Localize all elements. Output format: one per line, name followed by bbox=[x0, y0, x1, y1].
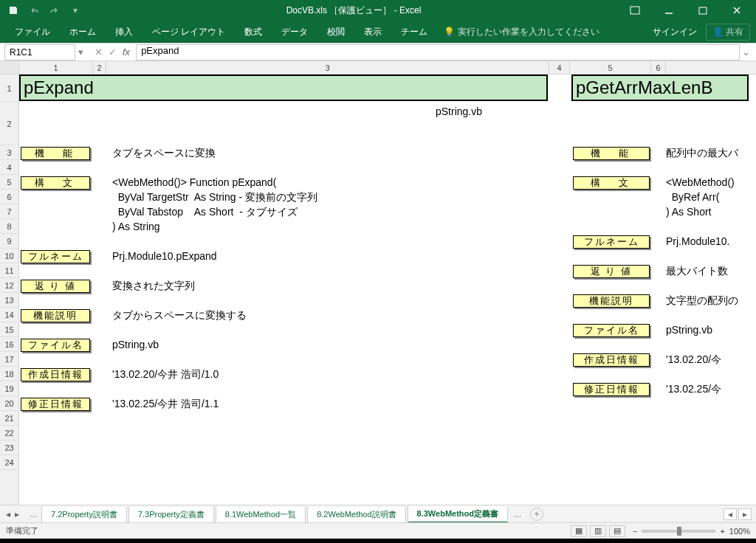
cell[interactable]: <WebMethod() bbox=[663, 176, 738, 188]
cell-label[interactable]: 返 り 値 bbox=[21, 280, 90, 293]
row-header[interactable]: 5 bbox=[0, 175, 18, 190]
col-header[interactable]: 1 bbox=[19, 61, 93, 74]
row-header[interactable]: 17 bbox=[0, 352, 18, 367]
cell-label[interactable]: 返 り 値 bbox=[573, 265, 650, 278]
cell-title-right[interactable]: pGetArrMaxLenB bbox=[571, 75, 749, 101]
col-header[interactable]: 3 bbox=[106, 61, 549, 74]
view-normal-icon[interactable]: ▦ bbox=[571, 525, 587, 537]
cell-label[interactable]: ファイル名 bbox=[21, 339, 90, 352]
new-sheet-icon[interactable]: + bbox=[530, 508, 543, 521]
row-header[interactable]: 4 bbox=[0, 160, 18, 175]
zoom-value[interactable]: 100% bbox=[729, 527, 750, 536]
col-header[interactable]: 2 bbox=[93, 61, 106, 74]
signin-link[interactable]: サインイン bbox=[653, 26, 697, 38]
row-header[interactable]: 10 bbox=[0, 249, 18, 263]
tab-nav-next-icon[interactable]: ▸ bbox=[13, 509, 21, 519]
cell-label[interactable]: フルネーム bbox=[21, 250, 90, 263]
tab-team[interactable]: チーム bbox=[392, 21, 436, 43]
name-box[interactable]: R1C1 bbox=[4, 44, 75, 60]
row-header[interactable]: 21 bbox=[0, 411, 18, 426]
cell[interactable]: pString.vb bbox=[109, 339, 162, 350]
row-header[interactable]: 7 bbox=[0, 204, 18, 219]
row-header[interactable]: 15 bbox=[0, 322, 18, 337]
tab-more-right[interactable]: ... bbox=[509, 509, 526, 519]
scroll-left-icon[interactable]: ◂ bbox=[724, 508, 737, 520]
save-icon[interactable] bbox=[7, 4, 19, 16]
row-header[interactable]: 19 bbox=[0, 381, 18, 396]
cells-area[interactable]: pExpand pString.vb 機 能 タブをスペースに変換 構 文 <W… bbox=[19, 75, 756, 505]
expand-formula-icon[interactable]: ⌄ bbox=[740, 46, 752, 58]
cell[interactable]: 配列中の最大バ bbox=[663, 147, 741, 160]
cell[interactable]: '13.02.25/今井 浩司/1.1 bbox=[109, 398, 221, 411]
cell-label[interactable]: 機 能 bbox=[573, 147, 650, 160]
view-page-break-icon[interactable]: ▤ bbox=[609, 525, 625, 537]
cancel-formula-icon[interactable]: ✕ bbox=[94, 46, 103, 58]
cell-label[interactable]: 修正日情報 bbox=[573, 383, 650, 396]
row-header[interactable]: 12 bbox=[0, 278, 18, 293]
tab-data[interactable]: データ bbox=[272, 21, 317, 43]
cell-label[interactable]: 機能説明 bbox=[21, 309, 90, 322]
tab-formulas[interactable]: 数式 bbox=[236, 21, 271, 43]
share-button[interactable]: 👤 共有 bbox=[706, 24, 750, 41]
cell[interactable]: pString.vb bbox=[433, 106, 485, 117]
close-icon[interactable] bbox=[721, 0, 753, 21]
row-header[interactable]: 13 bbox=[0, 293, 18, 308]
scroll-right-icon[interactable]: ▸ bbox=[738, 508, 752, 520]
zoom-slider[interactable] bbox=[642, 530, 715, 533]
row-header[interactable]: 1 bbox=[0, 75, 18, 103]
zoom-out-icon[interactable]: − bbox=[633, 527, 637, 536]
row-header[interactable]: 3 bbox=[0, 145, 18, 160]
cell-label[interactable]: 作成日情報 bbox=[21, 368, 90, 381]
cell[interactable]: ByVal TargetStr As String - 変換前の文字列 bbox=[109, 191, 320, 204]
sheet-tab[interactable]: 8.1WebMethod一覧 bbox=[216, 507, 306, 523]
cell-label[interactable]: 修正日情報 bbox=[21, 398, 90, 411]
row-header[interactable]: 14 bbox=[0, 308, 18, 322]
tab-view[interactable]: 表示 bbox=[355, 21, 391, 43]
row-header[interactable]: 23 bbox=[0, 440, 18, 455]
cell-label[interactable]: ファイル名 bbox=[573, 324, 650, 337]
cell[interactable]: Prj.Module10.pExpand bbox=[109, 250, 220, 262]
row-header[interactable]: 9 bbox=[0, 234, 18, 249]
cell-label[interactable]: 構 文 bbox=[573, 176, 650, 190]
row-header[interactable]: 8 bbox=[0, 219, 18, 234]
cell[interactable]: タブからスペースに変換する bbox=[109, 309, 250, 322]
redo-icon[interactable] bbox=[49, 4, 61, 16]
cell-title-left[interactable]: pExpand bbox=[19, 75, 548, 101]
zoom-in-icon[interactable]: + bbox=[720, 527, 724, 536]
cell-label[interactable]: 構 文 bbox=[21, 176, 90, 190]
tell-me[interactable]: 💡 実行したい作業を入力してください bbox=[444, 26, 599, 38]
sheet-tab-active[interactable]: 8.3WebMethod定義書 bbox=[408, 506, 508, 523]
row-header[interactable]: 20 bbox=[0, 396, 18, 411]
sheet-tab[interactable]: 7.2Property説明書 bbox=[41, 507, 127, 523]
row-header[interactable]: 22 bbox=[0, 426, 18, 440]
sheet-tab[interactable]: 8.2WebMethod説明書 bbox=[307, 507, 405, 523]
row-header[interactable]: 6 bbox=[0, 190, 18, 204]
cell[interactable]: 変換された文字列 bbox=[109, 280, 198, 293]
row-header[interactable]: 18 bbox=[0, 367, 18, 381]
cell-label[interactable]: 作成日情報 bbox=[573, 353, 650, 367]
tab-more-left[interactable]: ... bbox=[25, 509, 41, 519]
cell[interactable]: '13.02.20/今 bbox=[663, 353, 724, 367]
cell[interactable]: ByVal Tabstop As Short - タブサイズ bbox=[109, 206, 300, 219]
cell[interactable]: Prj.Module10. bbox=[663, 235, 732, 247]
fx-icon[interactable]: fx bbox=[123, 46, 130, 58]
worksheet-grid[interactable]: 1 2 3 4 5 6 1 2 3 4 5 6 7 8 9 10 11 12 1… bbox=[0, 61, 756, 505]
cell[interactable]: 最大バイト数 bbox=[663, 265, 731, 278]
tab-nav-prev-icon[interactable]: ◂ bbox=[4, 509, 12, 519]
cell-label[interactable]: 機 能 bbox=[21, 147, 90, 160]
select-all-corner[interactable] bbox=[0, 61, 19, 74]
cell-label[interactable]: フルネーム bbox=[573, 235, 650, 249]
tab-home[interactable]: ホーム bbox=[61, 21, 105, 43]
cell-label[interactable]: 機能説明 bbox=[573, 294, 650, 308]
col-header[interactable]: 6 bbox=[651, 61, 666, 74]
tab-insert[interactable]: 挿入 bbox=[106, 21, 142, 43]
name-box-dropdown-icon[interactable]: ▾ bbox=[78, 46, 89, 58]
row-header[interactable]: 16 bbox=[0, 337, 18, 352]
formula-input[interactable]: pExpand bbox=[136, 44, 740, 60]
maximize-icon[interactable] bbox=[687, 0, 719, 21]
tab-file[interactable]: ファイル bbox=[6, 21, 59, 43]
cell[interactable]: '13.02.25/今 bbox=[663, 383, 724, 396]
row-header[interactable]: 2 bbox=[0, 103, 18, 145]
cell[interactable]: <WebMethod()> Function pExpand( bbox=[109, 176, 279, 188]
cell[interactable]: ByRef Arr( bbox=[663, 191, 722, 203]
